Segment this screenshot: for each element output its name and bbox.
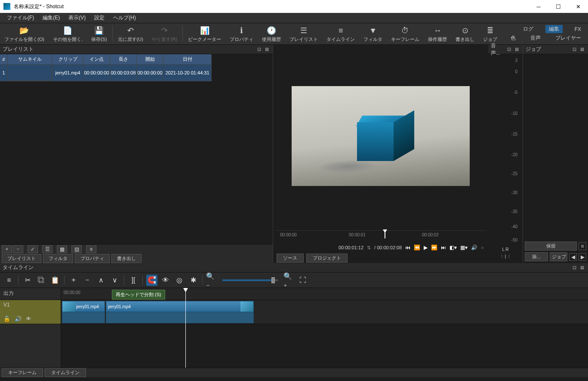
jobs-menu-button[interactable]: ≡ bbox=[579, 242, 586, 250]
undo-button[interactable]: ↶元に戻す(U) bbox=[114, 23, 148, 44]
undock-icon[interactable]: ⊡ bbox=[571, 46, 578, 52]
grid-button[interactable]: ▦▾ bbox=[460, 245, 468, 251]
rewind-icon[interactable]: ⏪ bbox=[414, 245, 420, 251]
zoom-button[interactable]: ◧▾ bbox=[449, 245, 457, 251]
preview-ruler[interactable]: 00:00:00 00:00:01 00:00:02 bbox=[276, 230, 486, 242]
tab-log[interactable]: ログ bbox=[520, 25, 536, 33]
tab-export[interactable]: 書き出し bbox=[111, 254, 142, 263]
menu-view[interactable]: 表示(V) bbox=[64, 13, 90, 23]
col-thumbnail[interactable]: サムネイル bbox=[8, 54, 52, 65]
properties-button[interactable]: ℹプロパティ bbox=[225, 23, 258, 44]
export-button[interactable]: ⊙書き出し bbox=[451, 23, 479, 44]
preview-viewport[interactable] bbox=[292, 86, 470, 186]
hold-button[interactable]: 保留 bbox=[525, 242, 577, 251]
split-icon[interactable]: ][ bbox=[128, 275, 139, 286]
lock-icon[interactable]: 🔓 bbox=[3, 316, 10, 322]
tab-fx[interactable]: FX bbox=[572, 26, 584, 33]
tab-edit[interactable]: 編集 bbox=[545, 25, 563, 33]
ripple-all-icon[interactable]: ✱ bbox=[188, 275, 199, 286]
preview-playhead[interactable] bbox=[385, 231, 385, 239]
remove-icon[interactable]: － bbox=[82, 275, 93, 286]
tab-player[interactable]: プレイヤー bbox=[553, 34, 584, 42]
forward-icon[interactable]: ⏩ bbox=[431, 245, 437, 251]
timeline-playhead[interactable] bbox=[185, 288, 186, 368]
zoom-fit-icon[interactable]: ⛶ bbox=[297, 275, 308, 286]
timeline-track-v1[interactable]: jerry01.mp4 jerry01.mp4 bbox=[61, 300, 588, 324]
undock-icon[interactable]: ⊡ bbox=[571, 265, 578, 270]
playlist-row[interactable]: 1 jerry01.mp4 00:00:00:00 00:00:03:08 00… bbox=[0, 65, 273, 81]
maximize-button[interactable]: ☐ bbox=[548, 0, 568, 13]
peakmeter-button[interactable]: 📊ピークメーター bbox=[184, 23, 225, 44]
open-other-button[interactable]: 📄その他を開く. bbox=[49, 23, 87, 44]
tab-keyframes[interactable]: キーフレーム bbox=[2, 368, 43, 377]
undock-icon[interactable]: ⊡ bbox=[506, 46, 513, 52]
tab-source[interactable]: ソース bbox=[277, 254, 304, 263]
output-label[interactable]: 出力 bbox=[0, 288, 61, 300]
close-panel-icon[interactable]: ⊠ bbox=[579, 265, 585, 270]
timeline-button[interactable]: ≡タイムライン bbox=[322, 23, 359, 44]
job-button[interactable]: ≣ジョブ bbox=[479, 23, 502, 44]
filters-button[interactable]: ▼フィルタ bbox=[359, 23, 387, 44]
tl-menu-icon[interactable]: ≡ bbox=[3, 275, 15, 286]
menu-button[interactable]: ≡ bbox=[86, 245, 96, 253]
lift-icon[interactable]: ∧ bbox=[95, 275, 107, 286]
list-view-button[interactable]: ☰ bbox=[42, 245, 52, 253]
mute-icon[interactable]: 🔊 bbox=[15, 316, 22, 322]
col-date[interactable]: 日付 bbox=[163, 54, 212, 65]
col-start[interactable]: 開始 bbox=[137, 54, 163, 65]
keyframes-button[interactable]: ⏱キーフレーム bbox=[387, 23, 424, 44]
open-file-button[interactable]: 📂ファイルを開く(O) bbox=[0, 23, 49, 44]
menu-file[interactable]: ファイル(F) bbox=[3, 13, 38, 23]
tab-color[interactable]: 色 bbox=[508, 34, 518, 42]
undock-icon[interactable]: ⊡ bbox=[256, 46, 262, 52]
add-button[interactable]: ＋ bbox=[2, 245, 12, 253]
cut-icon[interactable]: ✂ bbox=[22, 275, 33, 286]
copy-icon[interactable]: ⿻ bbox=[36, 275, 47, 286]
play-icon[interactable]: ▶ bbox=[424, 245, 428, 251]
playlist-button[interactable]: ☰プレイリスト bbox=[285, 23, 322, 44]
ripple-icon[interactable]: ◎ bbox=[174, 275, 185, 286]
close-panel-icon[interactable]: ⊠ bbox=[263, 46, 270, 52]
col-clip[interactable]: クリップ bbox=[52, 54, 83, 65]
timeline-clip[interactable]: jerry01.mp4 bbox=[62, 301, 105, 312]
redo-button[interactable]: ↷やり直す(R) bbox=[148, 23, 182, 44]
grid-view-button[interactable]: ▦ bbox=[57, 245, 67, 253]
col-index[interactable]: # bbox=[0, 54, 8, 65]
overwrite-icon[interactable]: ∨ bbox=[109, 275, 120, 286]
col-length[interactable]: 長さ bbox=[110, 54, 137, 65]
hide-icon[interactable]: 👁 bbox=[26, 316, 31, 322]
ophistory-button[interactable]: ↔操作履歴 bbox=[424, 23, 451, 44]
col-in[interactable]: イン点 bbox=[83, 54, 110, 65]
tab-audio[interactable]: 音声 bbox=[528, 34, 543, 42]
paste-icon[interactable]: 📋 bbox=[49, 275, 61, 286]
remove-button[interactable]: － bbox=[13, 245, 23, 253]
timecode-display[interactable]: 00:00:01:12 bbox=[339, 245, 363, 250]
detail-view-button[interactable]: ▤ bbox=[71, 245, 82, 253]
minimize-button[interactable]: ─ bbox=[529, 0, 548, 13]
jobs-sou-button[interactable]: 操... bbox=[525, 252, 548, 261]
zoom-slider[interactable] bbox=[222, 279, 278, 281]
zoom-in-icon[interactable]: 🔍₊ bbox=[283, 275, 295, 286]
scrub-icon[interactable]: 👁 bbox=[160, 275, 171, 286]
tab-project[interactable]: プロジェクト bbox=[306, 254, 348, 263]
menu-edit[interactable]: 編集(E) bbox=[38, 13, 64, 23]
close-button[interactable]: ✕ bbox=[568, 0, 588, 13]
save-button[interactable]: 💾保存(S) bbox=[87, 23, 111, 44]
timeline-tracks-area[interactable]: 00:00:00 jerry01.mp4 jerry01.mp4 bbox=[61, 288, 588, 368]
skip-start-icon[interactable]: ⏮ bbox=[405, 245, 410, 251]
history-button[interactable]: 🕐使用履歴 bbox=[258, 23, 285, 44]
timeline-clip[interactable]: jerry01.mp4 bbox=[106, 301, 254, 312]
jobs-prev-icon[interactable]: ◀ bbox=[569, 253, 577, 261]
tab-filters[interactable]: フィルタ bbox=[43, 254, 73, 263]
tab-playlist[interactable]: プレイリスト bbox=[2, 254, 41, 263]
more-icon[interactable]: » bbox=[481, 245, 484, 251]
tab-properties[interactable]: プロパティ bbox=[75, 254, 110, 263]
close-panel-icon[interactable]: ⊠ bbox=[514, 46, 520, 52]
jobs-next-icon[interactable]: ▶ bbox=[579, 253, 586, 261]
volume-icon[interactable]: 🔊 bbox=[471, 245, 477, 251]
menu-settings[interactable]: 設定 bbox=[90, 13, 109, 23]
menu-help[interactable]: ヘルプ(H) bbox=[109, 13, 140, 23]
close-panel-icon[interactable]: ⊠ bbox=[579, 46, 585, 52]
track-header-v1[interactable]: V1 🔓 🔊 👁 bbox=[0, 300, 61, 324]
skip-end-icon[interactable]: ⏭ bbox=[441, 245, 446, 251]
